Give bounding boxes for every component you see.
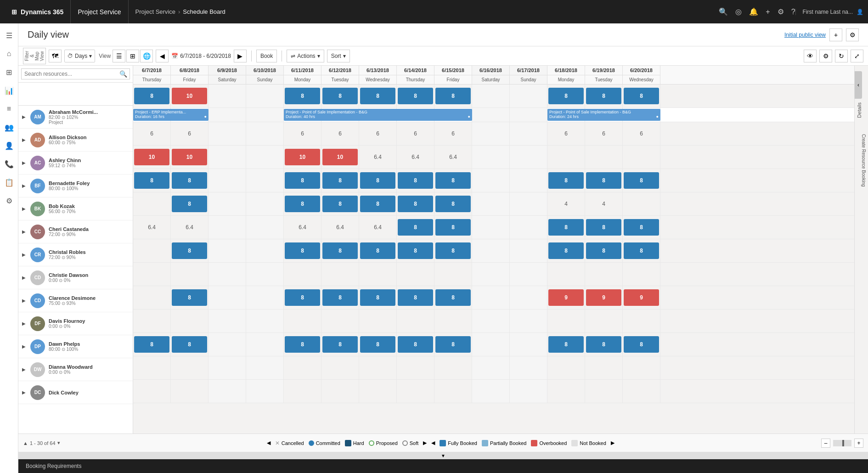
list-icon[interactable]: ≡ (1, 101, 17, 117)
booking-block-blue[interactable]: 8 (322, 242, 358, 259)
grid-cell[interactable]: 8 (585, 216, 623, 239)
grid-cell[interactable] (359, 356, 397, 379)
details-label[interactable]: Details (855, 99, 868, 122)
grid-cell[interactable] (321, 310, 359, 332)
booking-block-blue[interactable]: 8 (360, 336, 395, 353)
grid-cell[interactable]: 8 (284, 84, 321, 107)
grid-cell[interactable]: 6 (359, 122, 397, 145)
grid-cell[interactable]: 10 (171, 84, 209, 107)
app-name-label[interactable]: Project Service (71, 0, 128, 23)
grid-cell[interactable] (547, 146, 585, 169)
grid-cell[interactable] (623, 192, 660, 215)
map-icon-btn[interactable]: 🗺 (49, 50, 62, 62)
expand-icon[interactable]: ▶ (22, 229, 27, 234)
booking-block-blue[interactable]: 8 (134, 172, 169, 189)
grid-cell[interactable]: 8 (284, 192, 321, 215)
grid-cell[interactable]: 8 (359, 169, 397, 192)
grid-cell[interactable] (246, 122, 284, 145)
zoom-slider[interactable] (833, 440, 851, 446)
booking-block-blue[interactable]: 8 (435, 242, 471, 259)
grid-cell[interactable]: 8 (397, 239, 434, 262)
booking-block-blue[interactable]: 8 (172, 172, 207, 189)
grid-cell[interactable]: 6.4 (321, 216, 359, 239)
booking-block-blue[interactable]: 8 (134, 336, 169, 353)
project-bar-pos1[interactable]: Project - Point of Sale Implementation -… (284, 109, 472, 121)
map-view-btn[interactable]: 🌐 (140, 50, 153, 62)
grid-cell[interactable]: 8 (171, 239, 209, 262)
grid-cell[interactable] (321, 356, 359, 379)
resource-row[interactable]: ▶ DC Dick Cowley (18, 381, 133, 404)
grid-cell[interactable] (585, 263, 623, 286)
grid-cell[interactable] (472, 122, 510, 145)
booking-block-blue[interactable]: 8 (435, 172, 471, 189)
grid-cell[interactable] (246, 169, 284, 192)
grid-cell[interactable] (472, 286, 510, 309)
booking-block-blue[interactable]: 8 (360, 172, 395, 189)
grid-cell[interactable] (510, 310, 547, 332)
grid-cell[interactable] (510, 286, 547, 309)
grid-cell[interactable]: 6.4 (359, 146, 397, 169)
expand-icon[interactable]: ▶ (22, 114, 27, 119)
grid-cell[interactable]: 10 (171, 146, 209, 169)
booking-block-blue[interactable]: 8 (322, 88, 358, 104)
grid-cell[interactable] (472, 146, 510, 169)
grid-cell[interactable] (623, 310, 660, 332)
booking-block-blue[interactable]: 8 (624, 88, 659, 104)
grid-cell[interactable] (284, 356, 321, 379)
booking-block-blue[interactable]: 8 (322, 196, 358, 212)
grid-cell[interactable]: 8 (434, 169, 472, 192)
grid-cell[interactable]: 6.4 (434, 146, 472, 169)
grid-cell[interactable]: 6 (397, 122, 434, 145)
grid-cell[interactable] (510, 192, 547, 215)
booking-block-blue[interactable]: 8 (548, 88, 584, 104)
grid-cell[interactable] (510, 333, 547, 356)
grid-cell[interactable]: 8 (434, 84, 472, 107)
grid-cell[interactable] (209, 216, 246, 239)
grid-cell[interactable] (209, 380, 246, 403)
booking-block-blue[interactable]: 8 (435, 336, 471, 353)
resource-row[interactable]: ▶ DW Dianna Woodward 0:00 ⊙ 0% (18, 358, 133, 381)
grid-cell[interactable]: 10 (284, 146, 321, 169)
booking-block-blue[interactable]: 8 (285, 88, 320, 104)
grid-cell[interactable] (133, 286, 171, 309)
grid-cell[interactable] (472, 169, 510, 192)
grid-cell[interactable]: 8 (321, 286, 359, 309)
grid-cell[interactable] (284, 263, 321, 286)
grid-cell[interactable] (623, 356, 660, 379)
legend-next2-btn[interactable]: ▶ (611, 440, 614, 446)
booking-block-blue[interactable]: 8 (548, 242, 584, 259)
grid-cell[interactable]: 8 (359, 333, 397, 356)
grid-cell[interactable] (585, 356, 623, 379)
next-date-btn[interactable]: ▶ (234, 50, 247, 62)
booking-block-blue[interactable]: 8 (624, 172, 659, 189)
grid-cell[interactable] (510, 216, 547, 239)
grid-cell[interactable]: 8 (397, 169, 434, 192)
grid-cell[interactable] (472, 333, 510, 356)
booking-block-blue[interactable]: 8 (322, 336, 358, 353)
grid-cell[interactable] (434, 310, 472, 332)
grid-cell[interactable]: 8 (321, 169, 359, 192)
grid-cell[interactable] (510, 84, 547, 107)
booking-block-blue[interactable]: 8 (624, 219, 659, 236)
settings-grid-btn[interactable]: ⚙ (819, 50, 832, 62)
booking-block-blue[interactable]: 8 (360, 289, 395, 306)
booking-block-blue[interactable]: 8 (172, 336, 207, 353)
resource-row[interactable]: ▶ CC Cheri Castaneda 72:00 ⊙ 90% (18, 220, 133, 243)
grid-cell[interactable]: 6 (133, 122, 171, 145)
booking-block-blue[interactable]: 8 (548, 219, 584, 236)
grid-cell[interactable]: 8 (359, 192, 397, 215)
grid-cell[interactable] (284, 380, 321, 403)
booking-block-blue[interactable]: 8 (398, 196, 433, 212)
grid-cell[interactable]: 8 (585, 239, 623, 262)
grid-cell[interactable] (585, 310, 623, 332)
booking-block-red[interactable]: 9 (548, 289, 584, 306)
grid-cell[interactable] (209, 122, 246, 145)
grid-cell[interactable] (510, 122, 547, 145)
grid-cell[interactable] (623, 380, 660, 403)
booking-block-blue[interactable]: 8 (435, 88, 471, 104)
booking-block-blue[interactable]: 8 (586, 336, 621, 353)
booking-block-blue[interactable]: 8 (322, 172, 358, 189)
expand-icon[interactable]: ▶ (22, 137, 27, 142)
booking-block-blue[interactable]: 8 (285, 242, 320, 259)
grid-cell[interactable]: 6.4 (171, 216, 209, 239)
